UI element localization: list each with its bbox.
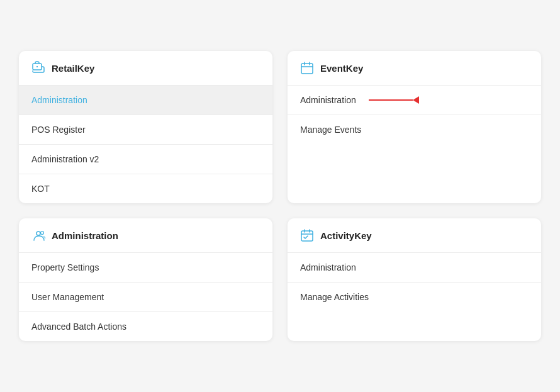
retailkey-card: RetailKey Administration POS Register Ad… <box>19 51 272 203</box>
eventkey-header: EventKey <box>288 51 541 86</box>
main-grid: RetailKey Administration POS Register Ad… <box>0 32 560 360</box>
administration-title: Administration <box>52 230 118 241</box>
activitykey-item-administration[interactable]: Administration <box>288 253 541 283</box>
administration-item-property-settings[interactable]: Property Settings <box>19 253 272 283</box>
svg-point-4 <box>41 232 44 235</box>
administration-header: Administration <box>19 218 272 253</box>
svg-point-3 <box>36 232 40 235</box>
retailkey-item-administration[interactable]: Administration <box>19 86 272 115</box>
administration-card: Administration Property Settings User Ma… <box>19 218 272 341</box>
activitykey-header: ActivityKey <box>288 218 541 253</box>
eventkey-item-administration[interactable]: Administration <box>288 86 541 115</box>
activitykey-icon <box>300 228 314 242</box>
retailkey-item-administration-v2[interactable]: Administration v2 <box>19 145 272 174</box>
red-arrow-indicator <box>369 96 419 104</box>
administration-item-advanced-batch[interactable]: Advanced Batch Actions <box>19 312 272 341</box>
eventkey-icon <box>300 61 314 75</box>
administration-icon <box>31 228 45 242</box>
administration-item-user-management[interactable]: User Management <box>19 283 272 312</box>
retailkey-header: RetailKey <box>19 51 272 86</box>
retailkey-item-kot[interactable]: KOT <box>19 174 272 203</box>
retailkey-item-pos-register[interactable]: POS Register <box>19 115 272 145</box>
eventkey-title: EventKey <box>320 63 363 74</box>
activitykey-title: ActivityKey <box>320 230 372 241</box>
eventkey-card: EventKey Administration Manage Events <box>288 51 541 203</box>
activitykey-item-manage-activities[interactable]: Manage Activities <box>288 283 541 311</box>
retailkey-title: RetailKey <box>52 63 94 74</box>
svg-rect-1 <box>36 66 38 67</box>
svg-rect-2 <box>301 64 313 74</box>
retailkey-icon <box>31 61 45 75</box>
activitykey-card: ActivityKey Administration Manage Activi… <box>288 218 541 341</box>
eventkey-item-manage-events[interactable]: Manage Events <box>288 115 541 144</box>
